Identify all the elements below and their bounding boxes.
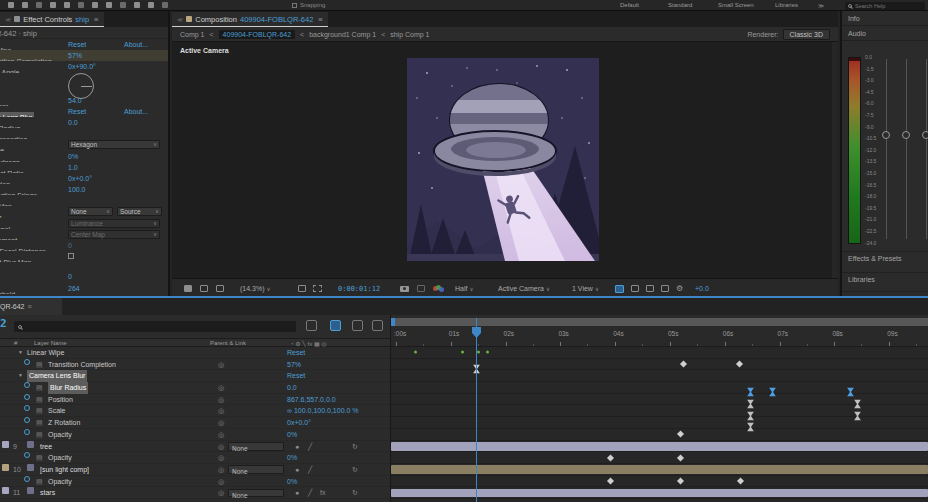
- renderer-value[interactable]: Classic 3D: [783, 29, 830, 40]
- parent-dropdown[interactable]: None∨: [228, 442, 284, 451]
- reset-button[interactable]: Reset: [68, 39, 86, 50]
- audio-slider-knob[interactable]: [882, 131, 890, 139]
- keyframe-hourglass[interactable]: [747, 418, 754, 427]
- effects-switch-icon[interactable]: fx: [320, 487, 325, 499]
- track-lane[interactable]: [391, 370, 928, 382]
- pen-tool-icon[interactable]: [106, 2, 112, 8]
- property-name[interactable]: Transition Completion: [48, 359, 116, 371]
- time-ruler[interactable]: :00s01s02s03s04s05s06s07s08s09s: [391, 326, 928, 347]
- mask-tool-icon[interactable]: [92, 2, 98, 8]
- audio-slider-knob[interactable]: [922, 131, 928, 139]
- track-lane[interactable]: [391, 476, 928, 488]
- workspace-standard[interactable]: Standard: [668, 2, 692, 8]
- layer-dropdown[interactable]: None∨: [68, 207, 113, 216]
- property-row[interactable]: ▤Position◎867.6,557.0,0.0: [0, 394, 390, 406]
- property-value[interactable]: 867.6,557.0,0.0: [287, 394, 336, 406]
- layer-name[interactable]: stars: [40, 487, 55, 499]
- stopwatch-icon[interactable]: [24, 405, 30, 411]
- pixel-aspect-correction-icon[interactable]: [631, 285, 639, 292]
- keyframe-diamond[interactable]: [607, 454, 614, 461]
- property-row[interactable]: ▼Camera Lens BlurReset: [0, 370, 390, 382]
- audio-slider-track[interactable]: [926, 59, 927, 239]
- workspace-small-screen[interactable]: Small Screen: [718, 2, 754, 8]
- show-snapshot-icon[interactable]: [417, 285, 425, 292]
- pick-whip-icon[interactable]: ◎: [218, 394, 224, 406]
- track-lane[interactable]: [391, 487, 928, 499]
- keyframe-hourglass[interactable]: [747, 395, 754, 404]
- pick-whip-icon[interactable]: ◎: [218, 487, 224, 499]
- camera-tool-icon[interactable]: [64, 2, 70, 8]
- parent-dropdown[interactable]: None∨: [228, 465, 284, 474]
- audio-slider-track[interactable]: [906, 59, 907, 239]
- property-value[interactable]: 0x+90.0°: [68, 61, 96, 72]
- workspace-default[interactable]: Default: [620, 2, 639, 8]
- keyframe-diamond[interactable]: [677, 454, 684, 461]
- refresh-switch-icon[interactable]: ↻: [352, 441, 358, 453]
- track-lane[interactable]: [391, 429, 928, 441]
- about-button[interactable]: About...: [124, 106, 148, 117]
- work-area-bar[interactable]: [391, 318, 928, 326]
- info-panel-header[interactable]: Info: [842, 11, 928, 26]
- track-lane[interactable]: [391, 441, 928, 453]
- column-parent-link[interactable]: Parent & Link: [210, 340, 246, 346]
- property-row[interactable]: ▤Z Rotation◎0x+0.0°: [0, 417, 390, 429]
- property-row[interactable]: ▤Transition Completion◎57%: [0, 359, 390, 371]
- primary-viewer-icon[interactable]: [200, 285, 208, 292]
- effect-controls-tab[interactable]: ≪ Effect Controls ship ≡: [0, 12, 104, 27]
- column-layer-name[interactable]: Layer Name: [34, 340, 67, 346]
- track-lane[interactable]: [391, 394, 928, 406]
- property-name[interactable]: Z Rotation: [48, 417, 80, 429]
- draft-quality-icon[interactable]: ╱: [308, 464, 312, 476]
- keyframe-diamond[interactable]: [680, 360, 687, 367]
- property-name[interactable]: Scale: [48, 405, 66, 417]
- property-value[interactable]: ∞ 100.0,100.0,100.0 %: [287, 405, 359, 417]
- track-lane[interactable]: [391, 417, 928, 429]
- keyframe-hourglass[interactable]: [847, 383, 854, 392]
- property-value[interactable]: 0%: [287, 452, 297, 464]
- breadcrumb-background1[interactable]: background1 Comp 1: [309, 31, 376, 38]
- property-value[interactable]: 1.0: [68, 162, 78, 173]
- comp-mini-flowchart-icon[interactable]: [306, 320, 317, 331]
- breadcrumb-active[interactable]: 409904-FOBLQR-642: [219, 30, 295, 39]
- keyframe-hourglass[interactable]: [769, 383, 776, 392]
- refresh-switch-icon[interactable]: ↻: [352, 487, 358, 499]
- keyframe-diamond[interactable]: [677, 431, 684, 438]
- effect-name[interactable]: Camera Lens Blur: [27, 370, 87, 382]
- track-lane[interactable]: [391, 359, 928, 371]
- frame-blend-icon[interactable]: [372, 320, 383, 331]
- layer-row[interactable]: 9tree◎None∨●╱↻: [0, 441, 390, 453]
- layer-name[interactable]: [sun light comp]: [40, 464, 89, 476]
- property-value[interactable]: 0%: [68, 151, 78, 162]
- renderer-control[interactable]: Renderer: Classic 3D: [747, 29, 830, 40]
- property-value[interactable]: 0.0: [287, 382, 297, 394]
- show-channels-icon[interactable]: [433, 285, 444, 293]
- eraser-tool-icon[interactable]: [162, 2, 168, 8]
- keyframe-diamond[interactable]: [677, 477, 684, 484]
- invert-blur-map-checkbox[interactable]: [68, 253, 74, 259]
- layer-duration-bar[interactable]: [391, 489, 928, 498]
- property-value[interactable]: 0x+0.0°: [287, 417, 311, 429]
- selection-tool-icon[interactable]: [8, 2, 14, 8]
- refresh-switch-icon[interactable]: ↻: [352, 464, 358, 476]
- panel-chevron-icon[interactable]: ≪: [177, 16, 183, 23]
- region-of-interest-icon[interactable]: [313, 285, 322, 292]
- timeline-button-icon[interactable]: [661, 285, 669, 292]
- workspace-libraries[interactable]: Libraries: [775, 2, 798, 8]
- layer-duration-bar[interactable]: [391, 465, 928, 474]
- panel-menu-icon[interactable]: ≡: [27, 303, 31, 310]
- draft-quality-icon[interactable]: ╱: [308, 487, 312, 499]
- property-name[interactable]: Blur Radius: [48, 382, 88, 394]
- safe-margins-icon[interactable]: [298, 285, 306, 292]
- view-layout-value[interactable]: 1 View: [572, 285, 593, 292]
- layer-duration-bar[interactable]: [391, 442, 928, 451]
- marker-dot[interactable]: [486, 351, 489, 354]
- marker-dot[interactable]: [414, 351, 417, 354]
- reset-button[interactable]: Reset: [68, 106, 86, 117]
- stopwatch-icon[interactable]: [24, 429, 30, 435]
- property-row[interactable]: ▤Opacity◎0%: [0, 429, 390, 441]
- type-tool-icon[interactable]: [120, 2, 126, 8]
- property-row[interactable]: ▼Linear WipeReset: [0, 347, 390, 359]
- quality-switch-icon[interactable]: ●: [295, 464, 299, 476]
- hand-tool-icon[interactable]: [22, 2, 28, 8]
- draft-3d-icon[interactable]: [352, 320, 363, 331]
